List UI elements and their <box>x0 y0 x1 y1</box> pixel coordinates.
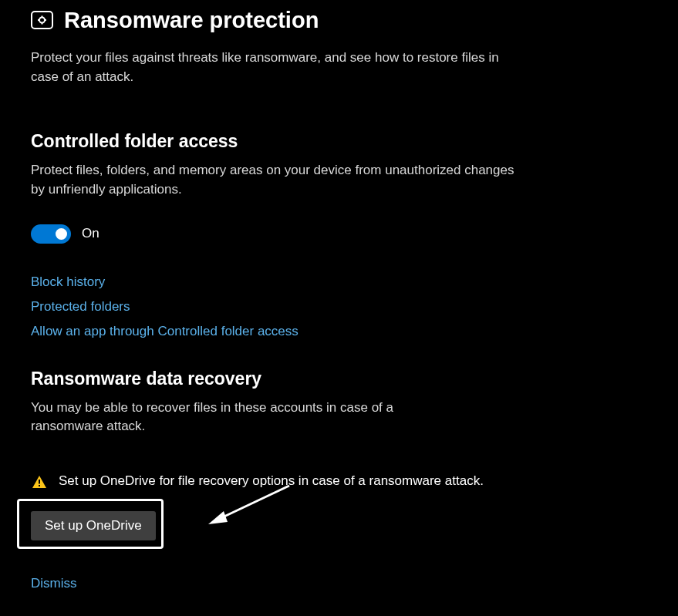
ransomware-icon <box>31 9 53 32</box>
page-title: Ransomware protection <box>64 8 319 33</box>
controlled-folder-access-description: Protect files, folders, and memory areas… <box>31 161 525 199</box>
page-header: Ransomware protection <box>31 8 647 33</box>
allow-app-link[interactable]: Allow an app through Controlled folder a… <box>31 324 299 339</box>
data-recovery-description: You may be able to recover files in thes… <box>31 399 447 436</box>
warning-icon <box>32 476 46 491</box>
svg-rect-6 <box>39 480 40 484</box>
svg-marker-9 <box>208 511 228 524</box>
setup-onedrive-button[interactable]: Set up OneDrive <box>31 511 156 540</box>
setup-onedrive-row: Set up OneDrive <box>31 505 647 559</box>
controlled-folder-access-title: Controlled folder access <box>31 131 647 152</box>
data-recovery-title: Ransomware data recovery <box>31 369 647 389</box>
svg-rect-7 <box>39 485 40 486</box>
toggle-knob <box>56 228 67 240</box>
controlled-folder-access-toggle[interactable] <box>31 224 71 244</box>
block-history-link[interactable]: Block history <box>31 274 105 290</box>
onedrive-warning-text: Set up OneDrive for file recovery option… <box>59 471 484 491</box>
page-description: Protect your files against threats like … <box>31 49 525 86</box>
onedrive-warning-row: Set up OneDrive for file recovery option… <box>31 471 647 491</box>
protected-folders-link[interactable]: Protected folders <box>31 299 130 315</box>
dismiss-link[interactable]: Dismiss <box>31 576 77 591</box>
svg-rect-0 <box>32 12 52 29</box>
toggle-row: On <box>31 224 647 244</box>
toggle-label: On <box>82 226 100 241</box>
cfa-link-list: Block history Protected folders Allow an… <box>31 274 647 339</box>
svg-point-1 <box>39 17 45 22</box>
